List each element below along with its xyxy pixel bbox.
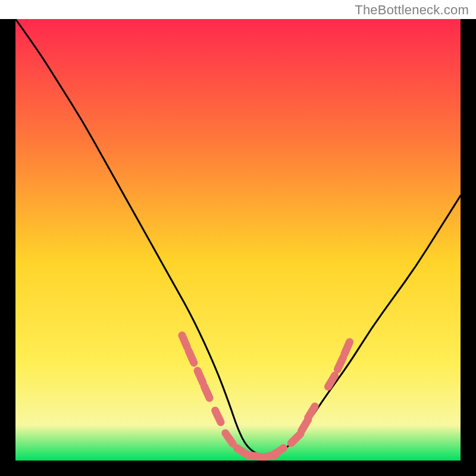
watermark-bar: TheBottleneck.com [0, 0, 476, 19]
bottleneck-plot [15, 19, 461, 461]
curve-marker [337, 358, 343, 369]
gradient-background [15, 19, 461, 461]
curve-marker [345, 342, 350, 354]
watermark-text: TheBottleneck.com [355, 2, 469, 17]
chart-frame: TheBottleneck.com [0, 0, 476, 476]
curve-marker [182, 336, 187, 347]
curve-marker [189, 351, 194, 363]
curve-marker [215, 411, 221, 422]
curve-marker [198, 371, 203, 383]
plot-svg [15, 19, 461, 461]
curve-marker [204, 386, 209, 398]
